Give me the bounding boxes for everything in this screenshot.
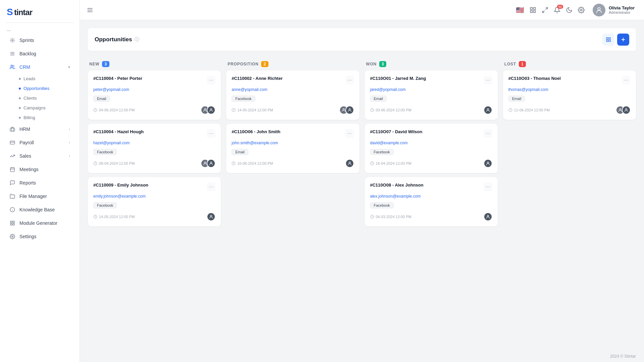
kanban-card-c110008[interactable]: #C110O08 - Alex Johnson ··· alex.johnson… [365, 177, 498, 226]
grid-view-button[interactable] [602, 34, 614, 46]
apps-button[interactable] [530, 7, 536, 13]
card-menu-button[interactable]: ··· [484, 76, 492, 85]
card-email: peter@yopmail.com [93, 87, 215, 92]
page-title: Opportunities [95, 36, 132, 43]
card-time: 16-04-2024 12:00 PM [370, 161, 411, 165]
sidebar-sub-clients[interactable]: Clients [3, 94, 77, 103]
card-tag: Email [508, 96, 525, 102]
card-footer: 04-03-2024 12:00 PM [370, 212, 492, 221]
expand-button[interactable] [542, 7, 548, 13]
kanban-card-c110004-peter[interactable]: #C110004 - Peter Porter ··· peter@yopmai… [88, 70, 221, 120]
card-header: #C110004 - Hazel Hough ··· [93, 129, 215, 138]
sidebar: S tintar — Sprints Backlog CRM ▾ Leads O… [0, 0, 80, 362]
column-badge-won: 3 [379, 61, 386, 67]
footer-text: 2024 © Stintar [610, 354, 636, 359]
card-title: #C110O03 - Thomas Noel [508, 76, 561, 81]
card-avatars [484, 159, 492, 168]
kanban-card-c110001[interactable]: #C110O01 - Jarred M. Zang ··· jared@yopm… [365, 70, 498, 120]
page-actions [602, 34, 629, 46]
app-logo: S tintar [7, 6, 44, 17]
kanban-card-c110006[interactable]: #C110O06 - John Smith ··· john.smith@exa… [226, 124, 359, 173]
chevron-right-icon: › [69, 140, 70, 145]
svg-rect-16 [10, 223, 12, 225]
settings-header-button[interactable] [578, 7, 585, 13]
sidebar-sub-billing[interactable]: Billing [3, 113, 77, 122]
page-header: Opportunities ⓘ [88, 28, 636, 51]
sidebar-item-backlog[interactable]: Backlog [3, 47, 77, 60]
card-menu-button[interactable]: ··· [484, 183, 492, 191]
kanban-card-c110009[interactable]: #C110009 - Emily Johnson ··· emily.johns… [88, 177, 221, 226]
kanban-card-c110007[interactable]: #C110O07 - David Wilson ··· david@exampl… [365, 124, 498, 173]
card-title: #C110O07 - David Wilson [370, 129, 423, 134]
hamburger-icon[interactable] [87, 6, 93, 13]
card-tag-wrap: Facebook [93, 202, 215, 208]
card-time-text: 11-06-2024 12:00 PM [514, 108, 550, 112]
svg-text:tintar: tintar [14, 8, 33, 17]
kanban-card-c110004-hazel[interactable]: #C110004 - Hazel Hough ··· hazel@yopmail… [88, 124, 221, 173]
sidebar-item-meetings[interactable]: Meetings [3, 163, 77, 176]
kanban-column-won: WON 3 #C110O01 - Jarred M. Zang ··· jare… [365, 58, 498, 230]
card-avatar [484, 212, 492, 221]
card-menu-button[interactable]: ··· [345, 76, 354, 85]
dark-mode-button[interactable] [566, 7, 573, 13]
card-tag: Email [232, 149, 248, 155]
column-header-proposition: PROPOSITION 2 [226, 58, 359, 70]
sidebar-item-knowledge-base[interactable]: Knowledge Base [3, 203, 77, 216]
svg-point-18 [12, 236, 13, 237]
sales-icon [9, 153, 15, 159]
avatar [593, 4, 605, 16]
header-actions: 🇺🇸 52 Olivia [516, 2, 637, 18]
card-title: #C110004 - Hazel Hough [93, 129, 144, 134]
card-menu-button[interactable]: ··· [207, 129, 215, 138]
column-label-won: WON [366, 62, 377, 66]
sidebar-item-settings[interactable]: Settings [3, 230, 77, 243]
card-time: 14-05-2024 12:00 PM [93, 215, 135, 219]
card-title: #C110009 - Emily Johnson [93, 183, 148, 188]
sidebar-item-reports[interactable]: Reports [3, 176, 77, 189]
card-menu-button[interactable]: ··· [484, 129, 492, 138]
sidebar-item-module-generator[interactable]: Module Generator [3, 217, 77, 229]
column-header-new: NEW 3 [88, 58, 221, 70]
sidebar-item-label: CRM [19, 64, 30, 70]
card-menu-button[interactable]: ··· [207, 183, 215, 191]
sidebar-sub-leads[interactable]: Leads [3, 74, 77, 83]
card-menu-button[interactable]: ··· [345, 129, 354, 138]
logo-area: S tintar [0, 0, 80, 22]
card-footer: 10-06-2024 12:00 PM [232, 159, 354, 168]
info-icon[interactable]: ⓘ [135, 37, 139, 43]
sidebar-item-sprints[interactable]: Sprints [3, 34, 77, 47]
sidebar-item-sales[interactable]: Sales › [3, 150, 77, 162]
add-opportunity-button[interactable] [617, 34, 629, 46]
page-title-wrap: Opportunities ⓘ [95, 36, 139, 43]
user-role: Administrator [609, 10, 635, 14]
sidebar-item-hrm[interactable]: HRM › [3, 123, 77, 136]
user-info: Olivia Taylor Administrator [609, 5, 635, 14]
card-avatar [207, 159, 215, 168]
svg-rect-7 [10, 128, 14, 131]
sidebar-sub-campaigns[interactable]: Campaigns [3, 103, 77, 112]
card-time: 03-06-2024 12:00 PM [370, 108, 411, 112]
card-menu-button[interactable]: ··· [207, 76, 215, 85]
sidebar-dash: — [0, 25, 80, 34]
svg-rect-8 [10, 141, 14, 144]
user-profile[interactable]: Olivia Taylor Administrator [590, 2, 637, 18]
kanban-card-c110002[interactable]: #C110002 - Anne Richter ··· anne@yopmail… [226, 70, 359, 120]
sidebar-sub-opportunities[interactable]: Opportunities [3, 84, 77, 93]
card-title: #C110O01 - Jarred M. Zang [370, 76, 426, 81]
card-header: #C110O07 - David Wilson ··· [370, 129, 492, 138]
card-avatar [484, 159, 492, 168]
sidebar-item-label: Reports [19, 180, 36, 186]
flag-button[interactable]: 🇺🇸 [516, 6, 524, 14]
card-time-text: 10-06-2024 12:00 PM [237, 161, 273, 165]
notification-button[interactable]: 52 [554, 7, 560, 13]
sidebar-item-file-manager[interactable]: File Manager [3, 190, 77, 203]
sidebar-item-payroll[interactable]: Payroll › [3, 136, 77, 149]
card-time-text: 14-05-2024 12:00 PM [99, 215, 135, 219]
kanban-card-c110003[interactable]: #C110O03 - Thomas Noel ··· thomas@yopmai… [503, 70, 636, 120]
sidebar-item-crm[interactable]: CRM ▾ [3, 61, 77, 73]
card-time-text: 08-04-2024 12:00 PM [99, 161, 135, 165]
sidebar-item-label: Meetings [19, 167, 39, 172]
card-menu-button[interactable]: ··· [622, 76, 631, 85]
svg-text:S: S [7, 7, 13, 17]
notification-count: 52 [557, 5, 563, 9]
